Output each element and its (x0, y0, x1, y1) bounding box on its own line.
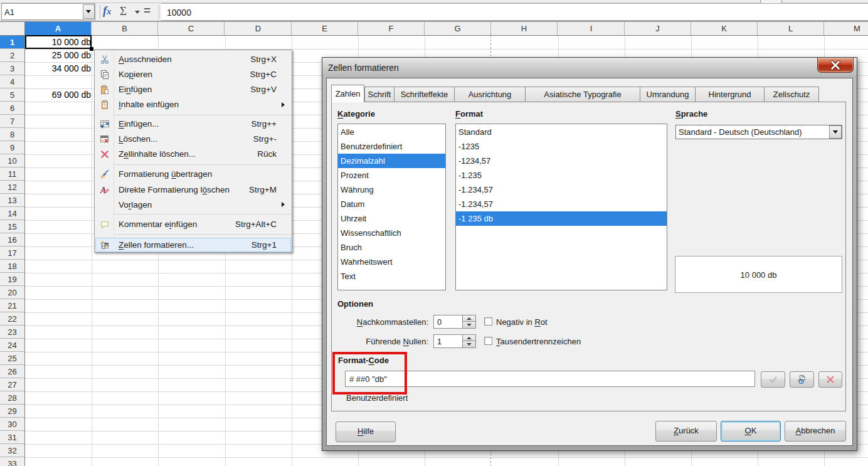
svg-text:?: ? (103, 102, 107, 108)
svg-text:A: A (100, 186, 106, 195)
